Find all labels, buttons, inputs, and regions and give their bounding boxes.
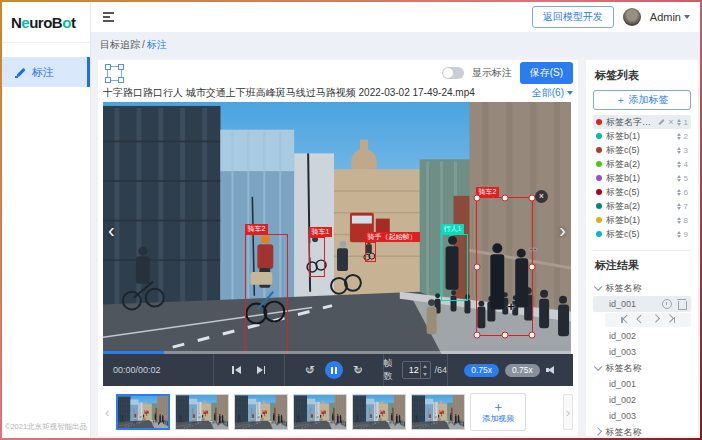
result-group-name: 标签名称 [606,362,642,375]
result-group-header[interactable]: 标签名称 [593,360,691,376]
video-thumbnail[interactable] [352,394,406,430]
breadcrumb-parent[interactable]: 目标追踪 [100,38,140,52]
breadcrumb-current: 标注 [147,38,167,52]
add-video-button[interactable]: ＋ 添加视频 [470,393,526,431]
filmstrip-left-chevron-icon[interactable]: ‹ [103,405,111,420]
sort-icon[interactable] [677,217,681,224]
prev-frame-icon[interactable] [638,318,644,322]
label-list-item[interactable]: 标签c(5)3 [593,143,691,157]
label-list-item[interactable]: 标签b(1)2 [593,129,691,143]
save-button[interactable]: 保存(S) [520,62,573,84]
video-thumbnail[interactable] [116,394,170,430]
video-progress-bar[interactable] [103,351,571,354]
speed-pill[interactable]: 0.75x [464,364,499,377]
result-item[interactable]: id_001 [593,376,691,392]
video-canvas[interactable]: 骑车2骑车1骑手（起始帧）行人1骑车2×+↔ ‹ › [103,102,571,354]
label-list-item[interactable]: 标签b(1)8 [593,213,691,227]
video-thumbnail[interactable] [234,394,288,430]
volume-icon[interactable] [546,365,557,375]
bounding-box-label: 骑手（起始帧） [365,232,420,242]
filter-dropdown[interactable]: 全部(6) [532,86,573,100]
label-shortcut: 6 [684,188,688,197]
sort-icon[interactable] [677,147,681,154]
menu-fold-icon[interactable] [100,9,117,25]
breadcrumb-separator: / [142,39,145,50]
screenshot-frame: NeuroBot 标注 ©2021北京矩视智能出品 返回模型开发 Admin 目… [0,0,702,440]
bounding-box-tool-icon[interactable] [107,66,122,81]
result-item-id: id_002 [609,331,636,341]
resize-handle[interactable] [474,195,481,202]
show-annotation-toggle[interactable] [442,67,464,79]
result-item[interactable]: id_003 [593,344,691,360]
label-list-item[interactable]: 标签a(2)7 [593,199,691,213]
bounding-box[interactable]: 骑车2 [245,234,288,354]
edit-label-icon[interactable] [659,119,665,125]
speed-pill[interactable]: 0.75x [505,364,540,377]
result-item[interactable]: id_003 [593,408,691,424]
sort-icon[interactable] [677,175,681,182]
stepper-arrows[interactable] [420,362,430,378]
next-frame-button[interactable] [257,366,266,374]
bounding-box[interactable]: 骑手（起始帧） [365,242,376,262]
resize-handle[interactable] [474,263,481,270]
result-group-header[interactable]: 标签名称 [593,280,691,296]
filmstrip-right-chevron-icon[interactable]: › [563,394,573,430]
label-color-dot [596,231,602,237]
prev-frame-button[interactable] [232,366,241,374]
frame-count-label: 帧数 [384,357,399,383]
sort-icon[interactable] [677,231,681,238]
bounding-box-label: 骑车1 [309,227,333,237]
thumbnail-list [116,394,465,430]
chevron-down-icon [684,15,690,19]
bounding-box[interactable]: 骑车1 [309,237,325,277]
first-frame-icon[interactable] [621,317,629,323]
sort-icon[interactable] [677,119,681,126]
sort-icon[interactable] [677,133,681,140]
label-name: 标签b(1) [606,172,673,185]
video-thumbnail[interactable] [175,394,229,430]
resize-handle[interactable] [501,195,508,202]
video-thumbnail[interactable] [293,394,347,430]
prev-video-chevron-icon[interactable]: ‹ [108,220,115,240]
label-list-item[interactable]: 标签c(5)9 [593,227,691,241]
sort-icon[interactable] [677,189,681,196]
trash-icon[interactable] [678,301,687,310]
replay-10-icon[interactable]: ↺10 [305,364,315,376]
pencil-icon [15,67,26,78]
resize-handle[interactable] [529,263,536,270]
next-frame-icon[interactable] [653,318,659,322]
forward-10-icon[interactable]: ↻10 [353,364,363,376]
label-list-item[interactable]: 标签a(2)4 [593,157,691,171]
sort-icon[interactable] [677,203,681,210]
bounding-box[interactable]: 行人1 [441,234,468,301]
speed-buttons: 0.75x0.75x [464,364,540,377]
resize-handle[interactable] [529,332,536,339]
result-group-header[interactable]: 标签名称 [593,424,691,436]
label-list-item[interactable]: 标签b(1)5 [593,171,691,185]
last-frame-icon[interactable] [667,317,675,323]
pause-button[interactable] [325,361,343,379]
add-label-button[interactable]: ＋ 添加标签 [593,90,691,110]
video-thumbnail[interactable] [411,394,465,430]
result-item[interactable]: id_002 [593,392,691,408]
user-menu[interactable]: Admin [650,11,690,23]
history-icon[interactable] [662,299,672,309]
resize-handle[interactable] [501,332,508,339]
sidebar-item-annotation[interactable]: 标注 [2,57,90,87]
next-video-chevron-icon[interactable]: › [559,220,566,240]
sort-icon[interactable] [677,161,681,168]
label-list-item[interactable]: 标签名字最长数...×1 [593,115,691,129]
result-item[interactable]: id_002 [593,328,691,344]
resize-handle[interactable] [474,332,481,339]
bounding-box-selected[interactable]: 骑车2×+↔ [476,197,533,336]
delete-box-icon[interactable]: × [535,190,548,203]
label-list-item[interactable]: 标签c(5)6 [593,185,691,199]
back-to-model-dev-button[interactable]: 返回模型开发 [532,6,614,28]
right-panel: 标签列表 ＋ 添加标签 标签名字最长数...×1标签b(1)2标签c(5)3标签… [586,60,698,436]
delete-label-icon[interactable]: × [668,118,673,127]
label-shortcut: 4 [684,160,688,169]
user-name-label: Admin [650,11,681,23]
result-item-id: id_001 [609,299,636,309]
result-item[interactable]: id_001 [593,296,691,312]
avatar[interactable] [623,8,641,26]
